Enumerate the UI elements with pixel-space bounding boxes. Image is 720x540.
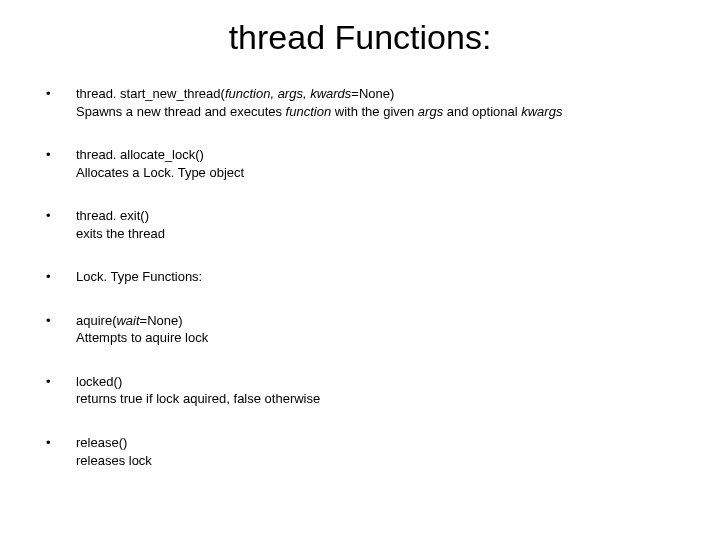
desc-pre: Attempts to aquire lock xyxy=(76,330,208,345)
desc-pre: Allocates a Lock. Type object xyxy=(76,165,244,180)
desc-pre: exits the thread xyxy=(76,226,165,241)
slide-title: thread Functions: xyxy=(40,18,680,57)
list-item: thread. exit() exits the thread xyxy=(40,207,680,242)
item-signature: thread. start_new_thread(function, args,… xyxy=(76,85,680,103)
sig-pre: thread. exit() xyxy=(76,208,149,223)
sig-args: wait xyxy=(116,313,139,328)
item-signature: Lock. Type Functions: xyxy=(76,268,680,286)
desc-mid: with the given xyxy=(331,104,418,119)
desc-mid2: and optional xyxy=(443,104,521,119)
sig-post: =None) xyxy=(351,86,394,101)
desc-pre: Spawns a new thread and executes xyxy=(76,104,286,119)
desc-pre: releases lock xyxy=(76,453,152,468)
desc-it1: function xyxy=(286,104,332,119)
item-signature: locked() xyxy=(76,373,680,391)
desc-it2: args xyxy=(418,104,443,119)
desc-it3: kwargs xyxy=(521,104,562,119)
sig-pre: release() xyxy=(76,435,127,450)
item-description: exits the thread xyxy=(76,225,680,243)
list-item: thread. start_new_thread(function, args,… xyxy=(40,85,680,120)
sig-pre: thread. allocate_lock() xyxy=(76,147,204,162)
sig-pre: Lock. Type Functions: xyxy=(76,269,202,284)
sig-pre: locked() xyxy=(76,374,122,389)
sig-pre: thread. start_new_thread( xyxy=(76,86,225,101)
list-item: release() releases lock xyxy=(40,434,680,469)
desc-pre: returns true if lock aquired, false othe… xyxy=(76,391,320,406)
item-description: releases lock xyxy=(76,452,680,470)
bullet-list: thread. start_new_thread(function, args,… xyxy=(40,85,680,469)
item-description: returns true if lock aquired, false othe… xyxy=(76,390,680,408)
item-description: Spawns a new thread and executes functio… xyxy=(76,103,680,121)
item-signature: release() xyxy=(76,434,680,452)
item-description: Allocates a Lock. Type object xyxy=(76,164,680,182)
list-item: locked() returns true if lock aquired, f… xyxy=(40,373,680,408)
sig-args: function, args, kwards xyxy=(225,86,351,101)
list-item: Lock. Type Functions: xyxy=(40,268,680,286)
item-signature: thread. exit() xyxy=(76,207,680,225)
list-item: aquire(wait=None) Attempts to aquire loc… xyxy=(40,312,680,347)
list-item: thread. allocate_lock() Allocates a Lock… xyxy=(40,146,680,181)
item-signature: thread. allocate_lock() xyxy=(76,146,680,164)
item-description: Attempts to aquire lock xyxy=(76,329,680,347)
sig-pre: aquire( xyxy=(76,313,116,328)
item-signature: aquire(wait=None) xyxy=(76,312,680,330)
slide: thread Functions: thread. start_new_thre… xyxy=(0,0,720,540)
sig-post: =None) xyxy=(140,313,183,328)
